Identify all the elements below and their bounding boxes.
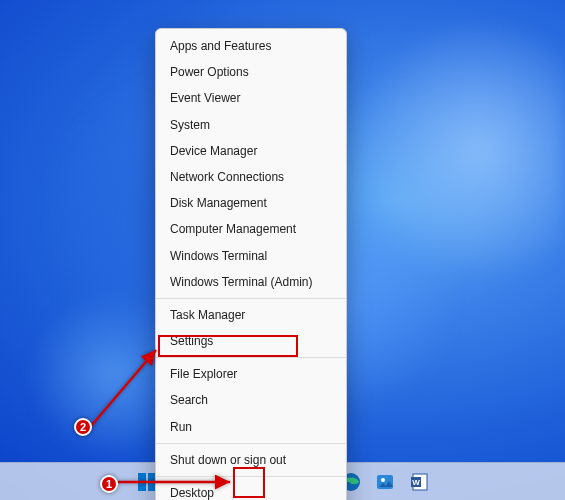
menu-item-desktop[interactable]: Desktop xyxy=(156,480,346,500)
menu-item-device-manager[interactable]: Device Manager xyxy=(156,138,346,164)
menu-item-file-explorer[interactable]: File Explorer xyxy=(156,361,346,387)
menu-item-shutdown[interactable]: Shut down or sign out xyxy=(156,447,346,473)
menu-separator xyxy=(156,476,346,477)
menu-item-network-connections[interactable]: Network Connections xyxy=(156,164,346,190)
menu-item-power-options[interactable]: Power Options xyxy=(156,59,346,85)
menu-item-windows-terminal-admin[interactable]: Windows Terminal (Admin) xyxy=(156,269,346,295)
svg-point-17 xyxy=(381,478,385,482)
photos-icon[interactable] xyxy=(371,468,399,496)
annotation-badge-1: 1 xyxy=(100,475,118,493)
annotation-badge-2: 2 xyxy=(74,418,92,436)
menu-separator xyxy=(156,298,346,299)
menu-item-event-viewer[interactable]: Event Viewer xyxy=(156,85,346,111)
menu-item-search[interactable]: Search xyxy=(156,387,346,413)
svg-rect-0 xyxy=(138,473,146,481)
menu-item-run[interactable]: Run xyxy=(156,414,346,440)
svg-line-22 xyxy=(86,350,156,432)
menu-item-disk-management[interactable]: Disk Management xyxy=(156,190,346,216)
menu-item-apps-features[interactable]: Apps and Features xyxy=(156,33,346,59)
menu-item-system[interactable]: System xyxy=(156,112,346,138)
svg-text:W: W xyxy=(412,478,420,487)
svg-rect-2 xyxy=(138,483,146,491)
menu-separator xyxy=(156,443,346,444)
winx-context-menu: Apps and Features Power Options Event Vi… xyxy=(155,28,347,500)
menu-item-task-manager[interactable]: Task Manager xyxy=(156,302,346,328)
menu-item-computer-management[interactable]: Computer Management xyxy=(156,216,346,242)
menu-item-windows-terminal[interactable]: Windows Terminal xyxy=(156,243,346,269)
word-icon[interactable]: W xyxy=(405,468,433,496)
menu-item-settings[interactable]: Settings xyxy=(156,328,346,354)
menu-separator xyxy=(156,357,346,358)
